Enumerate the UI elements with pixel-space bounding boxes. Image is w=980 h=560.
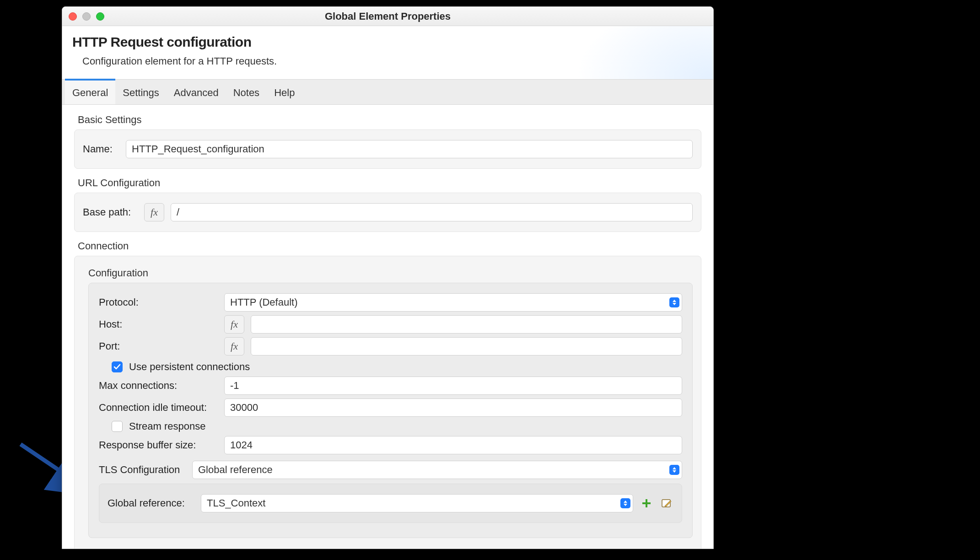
stream-response-label: Stream response bbox=[129, 420, 206, 432]
page-title: HTTP Request configuration bbox=[72, 34, 703, 50]
check-icon bbox=[113, 363, 121, 371]
dialog-window: Global Element Properties HTTP Request c… bbox=[62, 6, 714, 549]
section-configuration: Configuration bbox=[88, 267, 693, 279]
fx-icon[interactable]: fx bbox=[224, 337, 244, 355]
titlebar: Global Element Properties bbox=[62, 7, 713, 26]
use-persistent-label: Use persistent connections bbox=[129, 361, 250, 373]
fx-icon[interactable]: fx bbox=[144, 203, 164, 221]
basepath-label: Base path: bbox=[83, 206, 138, 218]
basepath-input[interactable] bbox=[171, 203, 693, 221]
tab-help[interactable]: Help bbox=[267, 79, 302, 104]
idle-timeout-input[interactable] bbox=[224, 398, 682, 417]
stream-response-checkbox[interactable] bbox=[112, 421, 123, 432]
group-connection: Configuration Protocol: Host: fx bbox=[74, 256, 701, 549]
svg-rect-2 bbox=[642, 502, 651, 504]
tabbar: General Settings Advanced Notes Help bbox=[62, 79, 713, 105]
group-global-reference: Global reference: bbox=[99, 484, 682, 523]
response-buffer-label: Response buffer size: bbox=[99, 439, 218, 451]
protocol-select[interactable] bbox=[224, 293, 682, 312]
host-input[interactable] bbox=[251, 315, 682, 334]
max-connections-label: Max connections: bbox=[99, 380, 218, 392]
section-url-config: URL Configuration bbox=[78, 177, 701, 189]
header-block: HTTP Request configuration Configuration… bbox=[62, 26, 713, 79]
close-icon[interactable] bbox=[69, 12, 77, 21]
global-reference-select[interactable] bbox=[201, 494, 633, 512]
tab-general[interactable]: General bbox=[65, 79, 115, 104]
port-input[interactable] bbox=[251, 337, 682, 355]
maximize-icon[interactable] bbox=[96, 12, 104, 21]
idle-timeout-label: Connection idle timeout: bbox=[99, 402, 218, 414]
edit-icon bbox=[661, 498, 672, 509]
global-reference-label: Global reference: bbox=[108, 497, 194, 509]
edit-button[interactable] bbox=[660, 496, 673, 510]
name-input[interactable] bbox=[126, 140, 693, 158]
tab-settings[interactable]: Settings bbox=[115, 79, 167, 104]
tab-notes[interactable]: Notes bbox=[226, 79, 267, 104]
window-title: Global Element Properties bbox=[62, 11, 713, 22]
tls-mode-select[interactable] bbox=[192, 461, 682, 479]
add-button[interactable] bbox=[640, 496, 653, 510]
tls-config-label: TLS Configuration bbox=[99, 464, 186, 476]
max-connections-input[interactable] bbox=[224, 377, 682, 395]
group-configuration: Protocol: Host: fx Port: fx bbox=[88, 283, 693, 538]
port-label: Port: bbox=[99, 340, 218, 352]
page-subtitle: Configuration element for a HTTP request… bbox=[82, 55, 703, 67]
plus-icon bbox=[641, 498, 652, 509]
section-basic-settings: Basic Settings bbox=[78, 114, 701, 126]
section-connection: Connection bbox=[78, 240, 701, 252]
response-buffer-input[interactable] bbox=[224, 436, 682, 454]
group-url-config: Base path: fx bbox=[74, 193, 701, 232]
fx-icon[interactable]: fx bbox=[224, 315, 244, 334]
name-label: Name: bbox=[83, 143, 119, 155]
window-controls bbox=[69, 12, 104, 21]
minimize-icon[interactable] bbox=[82, 12, 91, 21]
host-label: Host: bbox=[99, 318, 218, 330]
tab-advanced[interactable]: Advanced bbox=[167, 79, 226, 104]
use-persistent-checkbox[interactable] bbox=[112, 361, 123, 372]
group-basic-settings: Name: bbox=[74, 129, 701, 169]
protocol-label: Protocol: bbox=[99, 296, 218, 308]
panel: Basic Settings Name: URL Configuration B… bbox=[62, 105, 713, 549]
